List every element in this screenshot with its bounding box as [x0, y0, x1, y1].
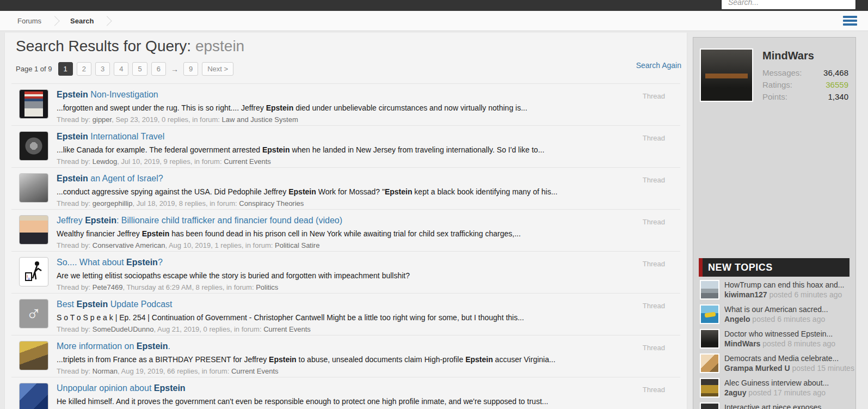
new-topic-title[interactable]: Democrats and Media celebrate...: [724, 353, 852, 363]
page-skip-arrow-icon[interactable]: →: [170, 63, 180, 76]
thread-meta: Thread by: Lewdog, Jul 10, 2019, 9 repli…: [57, 157, 675, 166]
page-button-4[interactable]: 4: [114, 62, 128, 76]
search-again-link[interactable]: Search Again: [636, 61, 681, 70]
thread-title-link[interactable]: More information on Epstein.: [57, 341, 675, 351]
portrait-photo-avatar[interactable]: [19, 215, 48, 245]
new-topic-author[interactable]: 2aguy: [724, 388, 746, 397]
male-symbol-icon: ♂: [26, 303, 42, 324]
painting-avatar[interactable]: [19, 341, 48, 370]
grayscale-photo-avatar[interactable]: [19, 173, 48, 203]
result-type-label: Thread: [643, 302, 665, 310]
thread-meta: Thread by: gipper, Sep 23, 2019, 0 repli…: [57, 115, 675, 124]
new-topic-item: Interactive art piece exposes...: [700, 402, 852, 409]
author-link[interactable]: Pete7469: [93, 283, 123, 291]
litter-stick-figure-avatar[interactable]: I o: [19, 257, 48, 286]
thread-title-link[interactable]: Best Epstein Update Podcast: [57, 300, 675, 309]
new-topic-author[interactable]: kiwiman127: [724, 290, 767, 299]
forum-link[interactable]: Law and Justice System: [222, 115, 298, 124]
forum-link[interactable]: Conspiracy Theories: [239, 199, 304, 207]
next-page-button[interactable]: Next >: [202, 62, 233, 76]
thread-title-link[interactable]: So.... What about Epstein?: [57, 258, 675, 267]
new-topic-item: HowTrump can end this hoax and... kiwima…: [700, 280, 852, 300]
pagination: Page 1 of 9 1 2 3 4 5 6 → 9 Next >: [16, 62, 680, 76]
forum-link[interactable]: Politics: [256, 283, 278, 291]
new-topic-time: posted 15 minutes ago: [792, 364, 856, 373]
result-row: Jeffrey Epstein: Billionaire child traff…: [11, 209, 680, 251]
new-topic-item: Alec Guiness interview about... 2aguy po…: [700, 378, 852, 398]
result-type-label: Thread: [643, 218, 665, 226]
page-title: Search Results for Query: epstein: [16, 38, 680, 55]
result-type-label: Thread: [643, 260, 665, 268]
new-topic-time: posted 6 minutes ago: [769, 290, 842, 299]
member-stat-points: Points: 1,340: [762, 91, 848, 103]
page-button-3[interactable]: 3: [95, 62, 110, 76]
forum-link[interactable]: Current Events: [224, 157, 271, 166]
new-topic-title[interactable]: HowTrump can end this hoax and...: [724, 280, 845, 290]
page-count-label: Page 1 of 9: [16, 65, 52, 73]
new-topic-author[interactable]: Angelo: [724, 315, 750, 323]
forum-link[interactable]: Political Satire: [275, 241, 319, 249]
thread-meta: Thread by: Pete7469, Thursday at 6:29 AM…: [57, 283, 675, 291]
dark-avatar[interactable]: [700, 402, 719, 409]
result-list: Epstein Non-Investigation ...forgotten a…: [11, 83, 680, 409]
top-bar: [0, 0, 868, 11]
member-card: MindWars Messages: 36,468 Ratings: 36559…: [693, 38, 855, 102]
jet-ski-avatar[interactable]: [700, 304, 719, 324]
forum-link[interactable]: Current Events: [263, 325, 311, 333]
page-button-5[interactable]: 5: [132, 62, 147, 76]
author-link[interactable]: gipper: [93, 115, 112, 124]
thread-snippet: ...conduct aggressive spying against the…: [57, 187, 655, 197]
uncle-sam-skull-avatar[interactable]: [19, 89, 48, 119]
new-topic-title[interactable]: Interactive art piece exposes...: [724, 402, 828, 409]
menu-hamburger-icon[interactable]: [843, 16, 857, 26]
breadcrumb-search[interactable]: Search: [66, 17, 98, 25]
football-players-avatar[interactable]: [19, 383, 48, 409]
dark-face-avatar[interactable]: [700, 329, 719, 349]
dark-face-avatar[interactable]: [700, 48, 753, 102]
thread-title-link[interactable]: Epstein Non-Investigation: [57, 90, 675, 100]
breadcrumb-separator-icon: [50, 16, 59, 26]
male-symbol-avatar[interactable]: ♂: [19, 299, 48, 328]
new-topic-item: What is our American sacred... Angelo po…: [700, 304, 852, 324]
thread-snippet: ...triplets in from France as a BIRTHDAY…: [57, 355, 655, 364]
thread-title-link[interactable]: Jeffrey Epstein: Billionaire child traff…: [57, 216, 675, 225]
dark-emblem-avatar[interactable]: [19, 131, 48, 161]
page-button-9[interactable]: 9: [183, 62, 198, 76]
page-button-2[interactable]: 2: [77, 62, 91, 76]
author-link[interactable]: SomeDudeUDunno: [93, 325, 154, 333]
city-street-avatar[interactable]: [700, 280, 719, 300]
author-link[interactable]: georgephillip: [93, 199, 133, 207]
new-topic-time: posted 17 minutes ago: [748, 388, 826, 397]
member-name[interactable]: MindWars: [762, 50, 848, 62]
thread-title-link[interactable]: Epstein International Travel: [57, 132, 675, 142]
thread-meta: Thread by: Norman, Aug 19, 2019, 66 repl…: [57, 367, 675, 375]
author-link[interactable]: Conservative American: [93, 241, 165, 249]
thread-snippet: Wealthy financier Jeffrey Epstein has be…: [57, 229, 655, 239]
svg-text:o: o: [28, 277, 30, 280]
author-link[interactable]: Norman: [93, 367, 118, 375]
new-topic-title[interactable]: What is our American sacred...: [724, 304, 828, 314]
thread-snippet: ...like Canada for example. The federal …: [57, 145, 655, 155]
result-type-label: Thread: [643, 134, 665, 142]
search-input[interactable]: [721, 0, 856, 10]
thread-snippet: He killed himself. And it proves the gov…: [57, 396, 655, 406]
thread-title-link[interactable]: Unpopular opinion about Epstein: [57, 383, 675, 393]
page-button-1[interactable]: 1: [58, 62, 73, 76]
dog-avatar[interactable]: [700, 353, 719, 373]
author-link[interactable]: Lewdog: [93, 157, 118, 166]
thread-title-link[interactable]: Epstein an Agent of Israel?: [57, 174, 675, 184]
gold-shirt-avatar[interactable]: [700, 378, 719, 398]
new-topic-item: Democrats and Media celebrate... Grampa …: [700, 353, 852, 373]
search-results-panel: Search Results for Query: epstein Search…: [4, 33, 687, 409]
new-topic-title[interactable]: Alec Guiness interview about...: [724, 378, 829, 388]
search-query-text: epstein: [195, 38, 244, 54]
breadcrumb-forums[interactable]: Forums: [13, 17, 46, 25]
new-topic-title[interactable]: Doctor who witnessed Epstein...: [724, 329, 835, 339]
page-button-6[interactable]: 6: [151, 62, 166, 76]
member-stat-ratings: Ratings: 36559: [762, 79, 848, 91]
new-topic-author[interactable]: MindWars: [724, 339, 760, 348]
thread-meta: Thread by: georgephillip, Jul 18, 2019, …: [57, 199, 675, 207]
forum-link[interactable]: Current Events: [231, 367, 279, 375]
result-row: Epstein Non-Investigation ...forgotten a…: [11, 83, 680, 125]
new-topic-author[interactable]: Grampa Murked U: [724, 364, 790, 373]
